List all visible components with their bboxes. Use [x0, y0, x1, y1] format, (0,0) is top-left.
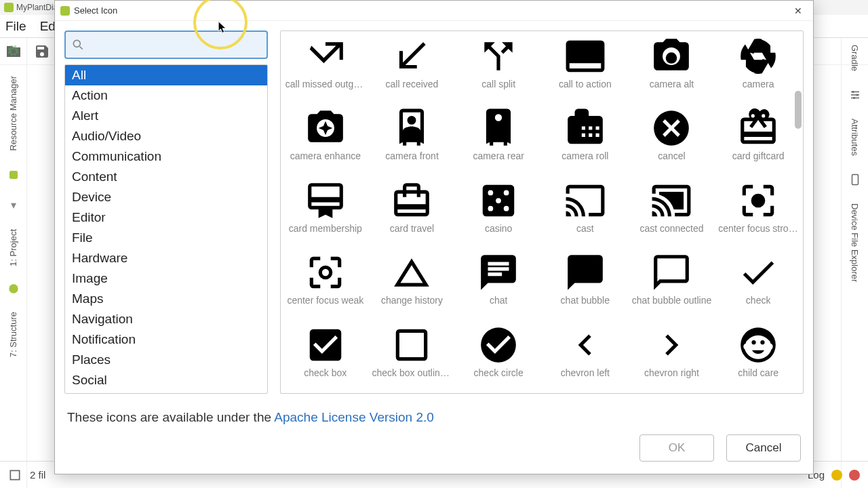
icon-chevron-right[interactable]: chevron right — [629, 321, 715, 392]
icon-search-input[interactable] — [64, 30, 268, 59]
icon-center-focus-strong[interactable]: center focus strong — [715, 177, 802, 248]
category-item-device[interactable]: Device — [65, 187, 267, 207]
icon-casino[interactable]: casino — [455, 177, 542, 248]
center-focus-weak-icon — [304, 251, 347, 293]
icon-chat-bubble-outline[interactable]: chat bubble outline — [629, 249, 715, 320]
center-focus-strong-icon — [737, 180, 779, 222]
icon-chat[interactable]: chat — [455, 249, 542, 320]
right-tab-attributes[interactable]: Attributes — [850, 119, 860, 156]
svg-point-4 — [853, 97, 855, 99]
category-item-notification[interactable]: Notification — [65, 329, 267, 350]
icon-check-box-outline[interactable]: check box outline blank — [369, 321, 456, 392]
left-tab-resource-manager[interactable]: Resource Manager — [8, 76, 18, 151]
camera-front-icon — [391, 107, 433, 149]
icon-grid[interactable]: call missed outgoingcall receivedcall sp… — [281, 31, 803, 393]
right-tab-gradle[interactable]: Gradle — [850, 45, 860, 71]
icon-change-history[interactable]: change history — [369, 249, 456, 320]
category-item-action[interactable]: Action — [65, 85, 267, 106]
right-tab-device-file-explorer[interactable]: Device File Explorer — [850, 203, 860, 282]
check-icon — [737, 251, 779, 293]
category-item-audio-video[interactable]: Audio/Video — [65, 126, 267, 146]
call-split-icon — [477, 35, 519, 77]
category-item-navigation[interactable]: Navigation — [65, 309, 267, 329]
license-text: These icons are available under the Apac… — [67, 410, 801, 425]
error-indicator-icon[interactable] — [849, 470, 860, 481]
cast-icon — [564, 180, 606, 222]
category-item-content[interactable]: Content — [65, 167, 267, 187]
icon-card-travel[interactable]: card travel — [369, 177, 456, 248]
icon-camera-front[interactable]: camera front — [369, 104, 456, 176]
icon-call-to-action[interactable]: call to action — [542, 33, 629, 104]
icon-label: camera enhance — [290, 150, 361, 161]
icon-card-membership[interactable]: card membership — [282, 177, 369, 248]
check-circle-icon — [477, 324, 519, 366]
icon-chat-bubble[interactable]: chat bubble — [542, 249, 629, 320]
android-icon — [60, 6, 70, 16]
phone-icon[interactable] — [849, 174, 861, 186]
category-item-social[interactable]: Social — [65, 370, 267, 390]
search-icon — [71, 38, 85, 52]
icon-center-focus-weak[interactable]: center focus weak — [282, 249, 369, 320]
icon-call-missed-outgoing[interactable]: call missed outgoing — [282, 33, 369, 104]
category-list[interactable]: AllActionAlertAudio/VideoCommunicationCo… — [64, 64, 268, 394]
chat-icon — [477, 251, 519, 293]
category-item-image[interactable]: Image — [65, 268, 267, 289]
ok-button[interactable]: OK — [639, 434, 714, 462]
card-travel-icon — [391, 180, 433, 222]
category-item-hardware[interactable]: Hardware — [65, 248, 267, 268]
icon-label: check circle — [474, 367, 524, 378]
icon-camera[interactable]: camera — [715, 33, 802, 104]
category-item-editor[interactable]: Editor — [65, 207, 267, 228]
icon-label: call missed outgoing — [285, 79, 366, 89]
icon-camera-alt[interactable]: camera alt — [629, 33, 715, 104]
svg-point-1 — [9, 285, 18, 293]
left-tab-structure[interactable]: 7: Structure — [8, 312, 18, 357]
cancel-button[interactable]: Cancel — [726, 434, 801, 462]
select-icon-dialog: Select Icon ✕ AllActionAlertAudio/VideoC… — [54, 0, 814, 474]
camera-alt-icon — [650, 35, 692, 77]
icon-check-circle[interactable]: check circle — [455, 321, 542, 392]
call-missed-outgoing-icon — [304, 35, 347, 77]
icon-child-care[interactable]: child care — [715, 321, 802, 392]
category-item-toggle[interactable]: Toggle — [65, 390, 267, 394]
android-icon-small[interactable] — [7, 169, 20, 181]
icon-card-giftcard[interactable]: card giftcard — [715, 104, 802, 176]
icon-check-box[interactable]: check box — [282, 321, 369, 392]
camera-icon — [737, 35, 779, 77]
icon-chevron-left[interactable]: chevron left — [542, 321, 629, 392]
menu-file[interactable]: File — [5, 19, 26, 34]
icon-label: center focus strong — [718, 223, 798, 234]
chat-bubble-icon — [564, 251, 606, 293]
icon-label: casino — [485, 223, 512, 234]
category-item-all[interactable]: All — [65, 65, 267, 85]
license-link[interactable]: Apache License Version 2.0 — [274, 410, 434, 424]
gear-icon[interactable] — [7, 45, 20, 58]
icon-label: cast connected — [639, 223, 703, 234]
dialog-close-button[interactable]: ✕ — [789, 4, 808, 18]
icon-camera-rear[interactable]: camera rear — [455, 104, 542, 176]
category-item-maps[interactable]: Maps — [65, 289, 267, 309]
icon-label: camera front — [385, 150, 439, 161]
icon-grid-scrollbar[interactable] — [793, 31, 803, 393]
camera-rear-icon — [477, 107, 519, 149]
category-item-places[interactable]: Places — [65, 350, 267, 370]
icon-call-received[interactable]: call received — [369, 33, 456, 104]
sliders-icon[interactable] — [849, 89, 861, 101]
icon-cast-connected[interactable]: cast connected — [629, 177, 715, 248]
svg-line-8 — [80, 47, 83, 49]
save-icon[interactable] — [34, 43, 50, 60]
icon-cast[interactable]: cast — [542, 177, 629, 248]
category-item-file[interactable]: File — [65, 228, 267, 248]
icon-camera-roll[interactable]: camera roll — [542, 104, 629, 176]
left-tab-project[interactable]: 1: Project — [8, 229, 18, 266]
call-to-action-icon — [564, 35, 606, 77]
icon-call-split[interactable]: call split — [455, 33, 542, 104]
icon-cancel[interactable]: cancel — [629, 104, 715, 176]
icon-camera-enhance[interactable]: camera enhance — [282, 104, 369, 176]
icon-label: chat bubble — [561, 295, 610, 306]
svg-rect-5 — [852, 174, 858, 184]
category-item-communication[interactable]: Communication — [65, 146, 267, 167]
warning-indicator-icon[interactable] — [831, 470, 842, 481]
icon-check[interactable]: check — [715, 249, 802, 320]
category-item-alert[interactable]: Alert — [65, 106, 267, 126]
